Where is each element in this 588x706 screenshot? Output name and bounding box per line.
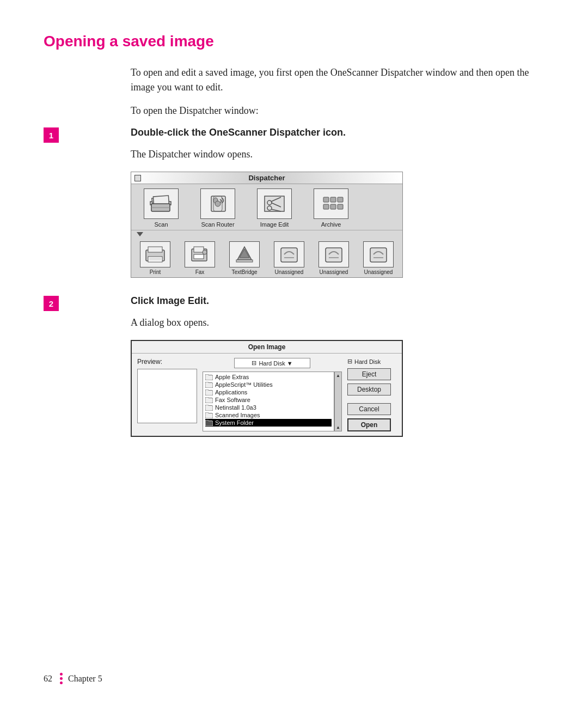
image-edit-label: Image Edit — [260, 221, 289, 228]
preview-box — [137, 369, 197, 423]
dispatcher-icon-textbridge[interactable]: TextBridge — [224, 241, 265, 275]
dispatcher-icon-print[interactable]: Print — [134, 241, 176, 275]
footer-dot-3 — [60, 681, 63, 684]
page-number: 62 — [44, 674, 52, 684]
svg-rect-17 — [323, 204, 329, 209]
archive-icon-box — [314, 188, 348, 219]
scan-router-label: Scan Router — [201, 221, 234, 228]
file-list-item-apple-extras[interactable]: Apple Extras — [205, 373, 332, 381]
svg-rect-34 — [326, 248, 342, 262]
dispatcher-main-icons: Scan Scan Router — [131, 184, 402, 230]
intro-text-1: To open and edit a saved image, you firs… — [131, 65, 544, 95]
chapter-label: Chapter 5 — [68, 674, 102, 684]
step-2-instruction: Click Image Edit. — [131, 295, 209, 307]
file-list-item-applications[interactable]: Applications — [205, 388, 332, 396]
file-list: Apple Extras AppleScript™ Utilities — [203, 372, 334, 431]
footer-dot-2 — [60, 677, 63, 680]
step-2-badge: 2 — [44, 296, 59, 311]
fax-icon-box — [185, 241, 215, 267]
dispatcher-icon-unassigned-3[interactable]: Unassigned — [358, 241, 399, 275]
dispatcher-lower-icons: Print Fax — [131, 238, 402, 277]
dialog-body: Preview: ⊟ Hard Disk ▼ — [132, 354, 402, 436]
file-list-area: Apple Extras AppleScript™ Utilities — [203, 372, 342, 431]
file-list-item-applescript[interactable]: AppleScript™ Utilities — [205, 381, 332, 388]
dialog-preview-section: Preview: — [137, 358, 197, 431]
disk-selector[interactable]: ⊟ Hard Disk ▼ — [234, 358, 310, 368]
file-list-scrollbar[interactable]: ▲ ▲ — [334, 372, 342, 431]
unassigned-3-label: Unassigned — [364, 269, 393, 275]
dispatcher-icon-unassigned-1[interactable]: Unassigned — [268, 241, 310, 275]
scrollbar-down-arrow[interactable]: ▲ — [336, 425, 340, 430]
unassigned-3-icon-box — [363, 241, 394, 267]
scrollbar-up-arrow[interactable]: ▲ — [336, 373, 340, 378]
unassigned-1-label: Unassigned — [275, 269, 304, 275]
unassigned-2-label: Unassigned — [320, 269, 348, 275]
print-label: Print — [150, 269, 161, 275]
page-footer: 62 Chapter 5 — [0, 673, 588, 684]
dialog-buttons-section: ⊟ Hard Disk Eject Desktop Cancel Open — [347, 358, 396, 431]
svg-rect-16 — [338, 197, 343, 202]
disk-selector-label: Hard Disk ▼ — [259, 360, 292, 367]
close-box[interactable] — [134, 175, 141, 181]
dispatcher-icon-unassigned-2[interactable]: Unassigned — [313, 241, 354, 275]
page-title: Opening a saved image — [44, 33, 544, 50]
svg-rect-15 — [330, 197, 336, 202]
open-button[interactable]: Open — [347, 418, 391, 431]
svg-rect-18 — [330, 204, 336, 209]
svg-rect-36 — [370, 248, 387, 262]
fax-label: Fax — [195, 269, 205, 275]
svg-point-28 — [203, 250, 207, 254]
textbridge-label: TextBridge — [231, 269, 257, 275]
svg-rect-22 — [148, 257, 162, 262]
file-list-item-netinstall[interactable]: Netinstall 1.0a3 — [205, 404, 332, 411]
dispatcher-icon-scan-router[interactable]: Scan Router — [193, 188, 242, 228]
expand-triangle-icon[interactable] — [137, 232, 143, 236]
step-1-instruction: Double-click the OneScanner Dispatcher i… — [131, 127, 346, 138]
image-edit-icon-box — [257, 188, 292, 219]
textbridge-icon-box — [229, 241, 260, 267]
step-1-description: The Dispatcher window opens. — [131, 147, 544, 162]
svg-rect-14 — [323, 197, 329, 202]
scan-router-icon-box — [200, 188, 235, 219]
file-list-item-system-folder[interactable]: System Folder — [205, 419, 332, 427]
dispatcher-divider — [131, 230, 402, 238]
dispatcher-title: Dispatcher — [248, 174, 285, 182]
dispatcher-window: Dispatcher Scan — [131, 172, 403, 278]
svg-rect-27 — [194, 254, 204, 259]
step-1-area: 1 Double-click the OneScanner Dispatcher… — [44, 127, 544, 143]
svg-rect-21 — [148, 247, 162, 252]
scan-icon-box — [144, 188, 179, 219]
disk-label-right: ⊟ Hard Disk — [347, 358, 396, 365]
eject-button[interactable]: Eject — [347, 368, 391, 380]
footer-left: 62 Chapter 5 — [44, 673, 102, 684]
dialog-file-section: ⊟ Hard Disk ▼ Apple Extras — [203, 358, 342, 431]
unassigned-2-icon-box — [318, 241, 349, 267]
footer-dot-1 — [60, 673, 63, 675]
archive-label: Archive — [321, 221, 341, 228]
dispatcher-icon-archive[interactable]: Archive — [307, 188, 356, 228]
svg-rect-31 — [236, 260, 253, 262]
file-list-item-fax-software[interactable]: Fax Software — [205, 396, 332, 404]
intro-text-2: To open the Dispatcher window: — [131, 104, 544, 118]
svg-point-7 — [215, 201, 220, 206]
dispatcher-icon-scan[interactable]: Scan — [137, 188, 186, 228]
dispatcher-icon-fax[interactable]: Fax — [179, 241, 220, 275]
svg-rect-32 — [281, 248, 297, 262]
dialog-titlebar: Open Image — [132, 341, 402, 354]
dispatcher-icon-image-edit[interactable]: Image Edit — [250, 188, 299, 228]
print-icon-box — [140, 241, 170, 267]
svg-rect-26 — [194, 247, 204, 252]
step-1-badge: 1 — [44, 127, 59, 143]
file-list-item-scanned-images[interactable]: Scanned Images — [205, 411, 332, 419]
open-image-dialog: Open Image Preview: ⊟ Hard Disk ▼ — [131, 340, 403, 437]
scan-label: Scan — [154, 221, 168, 228]
step-2-description: A dialog box opens. — [131, 315, 544, 330]
preview-label: Preview: — [137, 358, 197, 366]
step-2-area: 2 Click Image Edit. — [44, 295, 544, 311]
dispatcher-titlebar: Dispatcher — [131, 172, 402, 184]
desktop-button[interactable]: Desktop — [347, 384, 391, 395]
cancel-button[interactable]: Cancel — [347, 403, 391, 415]
svg-rect-19 — [338, 204, 343, 209]
unassigned-1-icon-box — [274, 241, 304, 267]
footer-dots-decoration — [60, 673, 63, 684]
